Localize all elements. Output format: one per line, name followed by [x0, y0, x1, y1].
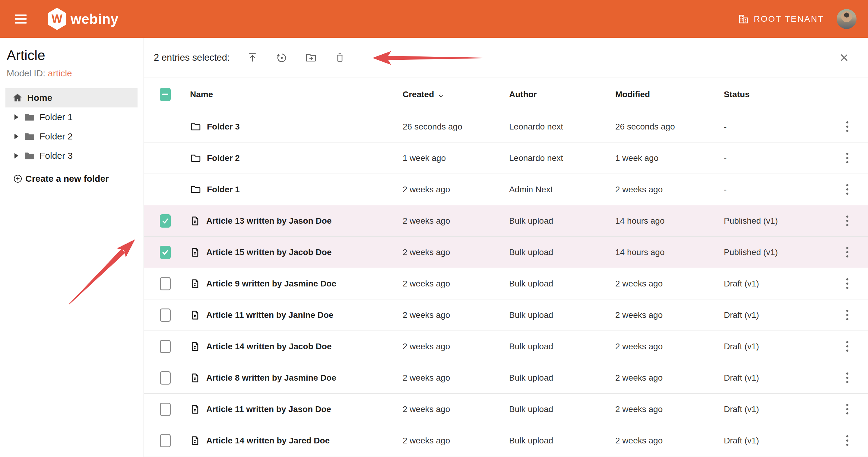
row-menu-button[interactable]	[844, 214, 850, 228]
column-header-status[interactable]: Status	[724, 90, 826, 99]
table-row[interactable]: Folder 1 2 weeks ago Admin Next 2 weeks …	[144, 174, 868, 205]
building-icon	[738, 13, 749, 24]
row-author: Bulk upload	[509, 373, 615, 383]
select-all-checkbox[interactable]	[160, 88, 171, 101]
row-author: Leonardo next	[509, 122, 615, 132]
row-checkbox[interactable]	[160, 277, 171, 290]
selected-count-text: 2 entries selected:	[154, 52, 230, 63]
delete-button[interactable]	[335, 52, 345, 63]
column-header-author[interactable]: Author	[509, 90, 615, 99]
sidebar-item-folder-3[interactable]: Folder 3	[0, 146, 144, 165]
row-author: Bulk upload	[509, 216, 615, 226]
move-to-folder-button[interactable]	[305, 52, 317, 63]
row-name: Article 11 written by Jason Doe	[206, 404, 331, 414]
create-folder-button[interactable]: Create a new folder	[0, 169, 109, 188]
chevron-right-icon[interactable]	[14, 134, 19, 139]
row-created: 2 weeks ago	[403, 436, 509, 446]
row-status: Draft (v1)	[724, 310, 826, 320]
row-modified: 2 weeks ago	[615, 342, 724, 351]
table-row[interactable]: Article 9 written by Jasmine Doe 2 weeks…	[144, 268, 868, 299]
row-modified: 2 weeks ago	[615, 185, 724, 194]
table-row[interactable]: Folder 3 26 seconds ago Leonardo next 26…	[144, 111, 868, 142]
row-created: 2 weeks ago	[403, 373, 509, 383]
entries-panel: 2 entries selected:	[144, 38, 868, 457]
row-name: Folder 3	[207, 122, 240, 132]
row-modified: 14 hours ago	[615, 216, 724, 226]
sidebar-item-home[interactable]: Home	[5, 88, 137, 108]
row-checkbox[interactable]	[160, 246, 171, 259]
row-created: 2 weeks ago	[403, 216, 509, 226]
file-icon	[190, 404, 200, 415]
table-row[interactable]: Article 11 written by Janine Doe 2 weeks…	[144, 299, 868, 331]
model-id-value[interactable]: article	[48, 68, 72, 78]
table-row[interactable]: Article 14 written by Jared Doe 2 weeks …	[144, 425, 868, 456]
row-checkbox[interactable]	[160, 403, 171, 416]
unpublish-restore-button[interactable]	[276, 52, 287, 63]
file-icon	[190, 372, 200, 383]
publish-button[interactable]	[247, 52, 258, 63]
column-header-modified[interactable]: Modified	[615, 90, 724, 99]
table-row[interactable]: Article 15 written by Jacob Doe 2 weeks …	[144, 237, 868, 268]
row-checkbox[interactable]	[160, 340, 171, 353]
table-row[interactable]: Article 13 written by Jason Doe 2 weeks …	[144, 205, 868, 237]
table-row[interactable]: Article 14 written by Jacob Doe 2 weeks …	[144, 331, 868, 362]
row-name: Folder 1	[207, 185, 240, 194]
row-checkbox[interactable]	[160, 309, 171, 322]
sort-desc-icon	[437, 90, 445, 98]
row-modified: 2 weeks ago	[615, 436, 724, 446]
chevron-right-icon[interactable]	[14, 153, 19, 159]
publish-icon	[247, 52, 258, 63]
row-menu-button[interactable]	[844, 277, 850, 291]
column-header-created[interactable]: Created	[403, 90, 509, 99]
row-name: Article 8 written by Jasmine Doe	[206, 373, 336, 383]
row-checkbox[interactable]	[160, 214, 171, 228]
folder-icon	[24, 112, 36, 122]
row-menu-button[interactable]	[844, 182, 850, 197]
row-modified: 2 weeks ago	[615, 373, 724, 383]
folder-icon	[190, 121, 201, 132]
avatar[interactable]	[837, 9, 857, 29]
row-status: Published (v1)	[724, 248, 826, 257]
page-title: Article	[7, 47, 144, 64]
table-row[interactable]: Article 11 written by Jason Doe 2 weeks …	[144, 394, 868, 425]
row-modified: 2 weeks ago	[615, 279, 724, 289]
row-menu-button[interactable]	[844, 245, 850, 259]
menu-icon[interactable]	[15, 15, 27, 24]
bulk-actions-toolbar: 2 entries selected:	[144, 38, 868, 78]
row-author: Leonardo next	[509, 153, 615, 163]
chevron-right-icon[interactable]	[14, 114, 19, 120]
row-menu-button[interactable]	[844, 371, 850, 385]
table-row[interactable]: Article 8 written by Jasmine Doe 2 weeks…	[144, 362, 868, 394]
table-header: Name Created Author Modified Status	[144, 78, 868, 111]
file-icon	[190, 247, 200, 258]
top-app-bar: W webiny ROOT TENANT	[0, 0, 868, 38]
row-checkbox[interactable]	[160, 434, 171, 447]
sidebar-item-folder-1[interactable]: Folder 1	[0, 108, 144, 127]
row-created: 2 weeks ago	[403, 248, 509, 257]
row-name: Article 11 written by Janine Doe	[206, 310, 334, 320]
row-author: Bulk upload	[509, 248, 615, 257]
row-created: 1 week ago	[403, 153, 509, 163]
row-created: 2 weeks ago	[403, 279, 509, 289]
row-author: Bulk upload	[509, 310, 615, 320]
row-menu-button[interactable]	[844, 151, 850, 165]
sidebar-item-folder-2[interactable]: Folder 2	[0, 127, 144, 146]
row-name: Folder 2	[207, 153, 240, 163]
row-menu-button[interactable]	[844, 402, 850, 416]
row-menu-button[interactable]	[844, 308, 850, 322]
webiny-logo-icon[interactable]: W	[48, 8, 66, 30]
row-menu-button[interactable]	[844, 339, 850, 353]
row-status: Draft (v1)	[724, 279, 826, 289]
close-selection-button[interactable]	[839, 53, 849, 63]
row-menu-button[interactable]	[844, 433, 850, 448]
row-author: Bulk upload	[509, 342, 615, 351]
row-created: 2 weeks ago	[403, 310, 509, 320]
row-checkbox[interactable]	[160, 371, 171, 384]
table-row[interactable]: Folder 2 1 week ago Leonardo next 1 week…	[144, 142, 868, 174]
folder-icon	[190, 184, 201, 195]
row-menu-button[interactable]	[844, 119, 850, 134]
plus-circle-icon	[13, 174, 22, 183]
row-status: Draft (v1)	[724, 342, 826, 351]
column-header-name[interactable]: Name	[190, 90, 403, 99]
tenant-switcher[interactable]: ROOT TENANT	[738, 13, 824, 24]
